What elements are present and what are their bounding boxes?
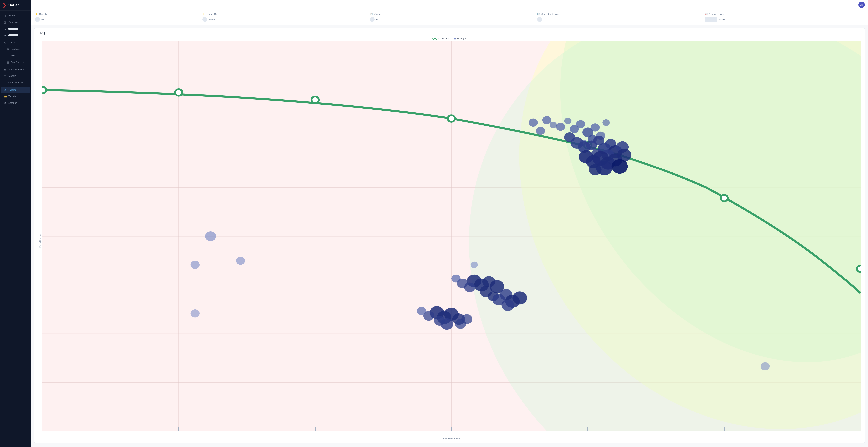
svg-point-82 xyxy=(191,261,200,269)
sidebar-item-manufacturers[interactable]: ⊟ Manufacturers xyxy=(1,66,30,73)
topbar: JR xyxy=(31,0,868,10)
kpi-utilisation-label: Utilisation xyxy=(39,13,49,15)
sidebar-item-fav1[interactable]: ★ xyxy=(1,26,30,32)
svg-point-65 xyxy=(452,274,461,283)
legend-hvq-curve: HvQ Curve xyxy=(433,37,449,40)
chart-section: HvQ HvQ Curve Head (m) Pump Head (m) xyxy=(31,25,868,447)
kpi-avgoutput-dot xyxy=(705,17,717,22)
svg-point-34 xyxy=(602,119,610,126)
kpi-startstop-dot xyxy=(537,17,542,22)
svg-point-27 xyxy=(556,123,565,131)
svg-point-17 xyxy=(175,89,182,96)
x-axis-label: Flow Rate (m^3/hr) xyxy=(42,436,861,440)
star-icon-1: ★ xyxy=(4,27,7,30)
svg-point-26 xyxy=(536,126,545,135)
svg-point-83 xyxy=(236,257,245,265)
energy-icon: ⚡ xyxy=(203,12,205,16)
sidebar-item-things[interactable]: ⬡ Things xyxy=(1,39,30,46)
things-icon: ⬡ xyxy=(4,41,7,44)
hvq-chart-card: HvQ HvQ Curve Head (m) Pump Head (m) xyxy=(34,28,865,443)
kpi-energy-unit: MWh xyxy=(209,18,215,21)
sidebar-item-apis[interactable]: ⊶ APIs xyxy=(1,53,30,59)
kpi-uptime-unit: h xyxy=(376,18,378,21)
tickets-icon: 🎫 xyxy=(4,95,7,98)
uptime-icon: 🕐 xyxy=(370,12,373,16)
svg-point-84 xyxy=(191,309,200,318)
svg-point-70 xyxy=(502,300,514,311)
logo[interactable]: ❯ Klarian xyxy=(0,0,31,10)
sidebar-label-manufacturers: Manufacturers xyxy=(8,68,24,71)
svg-point-85 xyxy=(471,262,478,268)
kpi-uptime-dot xyxy=(370,17,375,22)
sidebar: ❯ Klarian ⌂ Home ▦ Dashboards ★ ★ ⬡ Thin… xyxy=(0,0,31,447)
sidebar-label-apis: APIs xyxy=(11,55,16,57)
kpi-energy-use: ⚡ Energy Use MWh xyxy=(198,10,366,25)
chart-legend: HvQ Curve Head (m) xyxy=(38,37,861,40)
utilisation-icon: ⚡ xyxy=(35,12,38,16)
hardware-icon: ⊞ xyxy=(6,48,9,51)
svg-point-16 xyxy=(42,87,46,93)
sidebar-label-hardware: Hardware xyxy=(11,48,20,50)
svg-point-81 xyxy=(205,231,216,241)
sidebar-item-data-sources[interactable]: ▦ Data Sources xyxy=(1,59,30,65)
kpi-uptime-label: Uptime xyxy=(374,13,381,15)
svg-point-32 xyxy=(591,123,600,131)
svg-point-22 xyxy=(857,266,861,272)
legend-hvq-label: HvQ Curve xyxy=(438,37,449,40)
svg-point-86 xyxy=(761,362,770,370)
kpi-energy-dot xyxy=(203,17,207,22)
svg-point-76 xyxy=(434,316,445,326)
sidebar-label-tickets: Tickets xyxy=(8,95,16,98)
sidebar-item-home[interactable]: ⌂ Home xyxy=(1,12,30,19)
kpi-energy-label: Energy Use xyxy=(207,13,218,15)
sidebar-nav: ⌂ Home ▦ Dashboards ★ ★ ⬡ Things ⊞ Hardw… xyxy=(0,10,31,447)
settings-icon: ⚙ xyxy=(4,101,7,105)
y-axis-label: Pump Head (m) xyxy=(38,41,42,440)
configurations-icon: ≡ xyxy=(4,81,7,84)
models-icon: ◱ xyxy=(4,74,7,78)
avgoutput-icon: 📈 xyxy=(705,12,708,16)
svg-point-23 xyxy=(529,119,538,127)
sidebar-item-dashboards[interactable]: ▦ Dashboards xyxy=(1,19,30,25)
chart-svg xyxy=(42,41,861,431)
sidebar-label-data-sources: Data Sources xyxy=(11,61,24,63)
kpi-utilisation: ⚡ Utilisation % xyxy=(31,10,198,25)
main-content: JR ⚡ Utilisation % ⚡ Energy Use MWh xyxy=(31,0,868,447)
sidebar-item-pumps[interactable]: ◈ Pumps xyxy=(1,87,30,93)
svg-point-69 xyxy=(512,292,527,304)
svg-point-56 xyxy=(612,159,628,174)
kpi-utilisation-unit: % xyxy=(41,18,44,21)
apis-icon: ⊶ xyxy=(6,54,9,57)
kpi-row: ⚡ Utilisation % ⚡ Energy Use MWh 🕐 Uptim… xyxy=(31,10,868,25)
sidebar-item-tickets[interactable]: 🎫 Tickets xyxy=(1,93,30,100)
legend-dot-icon xyxy=(454,37,456,39)
sidebar-label-settings: Settings xyxy=(8,101,17,105)
kpi-start-stop: 🔄 Start-Stop Cycles xyxy=(533,10,701,25)
sidebar-fav2-label xyxy=(8,34,18,36)
svg-point-30 xyxy=(576,120,585,128)
sidebar-item-hardware[interactable]: ⊞ Hardware xyxy=(1,46,30,52)
sidebar-item-fav2[interactable]: ★ xyxy=(1,32,30,38)
sidebar-label-home: Home xyxy=(8,14,15,17)
chart-plot: — — — — — — — — — — xyxy=(42,41,861,431)
kpi-utilisation-dot xyxy=(35,17,40,22)
sidebar-label-things: Things xyxy=(8,41,16,44)
svg-point-21 xyxy=(720,195,728,202)
chart-wrapper: Pump Head (m) xyxy=(38,41,861,440)
svg-point-25 xyxy=(550,122,557,128)
chart-inner: — — — — — — — — — — xyxy=(42,41,861,440)
sidebar-fav1-label xyxy=(8,28,18,30)
kpi-avgoutput-unit: tonne xyxy=(718,18,725,21)
dashboards-icon: ▦ xyxy=(4,21,7,24)
sidebar-item-configurations[interactable]: ≡ Configurations xyxy=(1,80,30,86)
sidebar-label-models: Models xyxy=(8,74,16,78)
user-avatar[interactable]: JR xyxy=(859,2,865,8)
svg-point-28 xyxy=(564,118,571,124)
startstop-icon: 🔄 xyxy=(537,12,540,16)
sidebar-item-models[interactable]: ◱ Models xyxy=(1,73,30,79)
kpi-avg-output: 📈 Average Output tonne xyxy=(701,10,868,25)
svg-point-54 xyxy=(589,164,601,175)
kpi-avgoutput-label: Average Output xyxy=(709,13,724,15)
sidebar-item-settings[interactable]: ⚙ Settings xyxy=(1,100,30,106)
sidebar-label-dashboards: Dashboards xyxy=(8,21,21,24)
